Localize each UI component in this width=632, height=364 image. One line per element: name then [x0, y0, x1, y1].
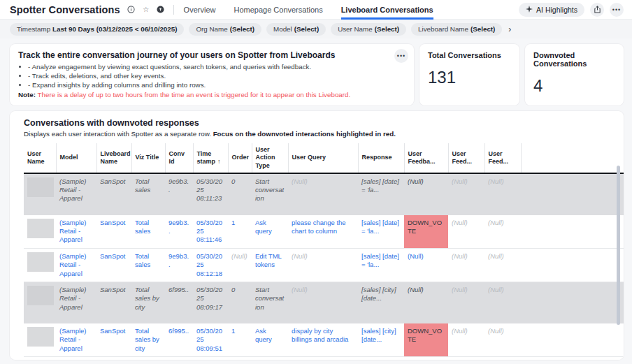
- tab-overview[interactable]: Overview: [184, 0, 216, 20]
- cell[interactable]: 1: [228, 323, 252, 357]
- cell[interactable]: (Null): [484, 173, 521, 215]
- cell[interactable]: Total sales by city: [131, 323, 165, 357]
- cell[interactable]: 05/30/2025 08:11:46: [193, 215, 228, 249]
- cell[interactable]: (Sample) Retail - Apparel: [56, 356, 96, 360]
- column-header-order[interactable]: Order: [228, 143, 252, 173]
- cell[interactable]: [sales] [date] = 'la...: [358, 248, 404, 282]
- cell[interactable]: (Null): [484, 248, 521, 282]
- star-icon[interactable]: ☆: [142, 6, 150, 14]
- column-header-liveboard-name[interactable]: Liveboard Name: [96, 143, 131, 173]
- tab-homepage-conversations[interactable]: Homepage Conversations: [234, 0, 322, 20]
- cell[interactable]: (Null): [404, 248, 448, 282]
- cell[interactable]: 1: [228, 215, 252, 249]
- lock-badge-icon[interactable]: [157, 6, 165, 14]
- cell[interactable]: (Null): [484, 356, 521, 360]
- column-header-user-feedba-[interactable]: User Feedba...: [404, 143, 448, 173]
- cell[interactable]: SanSpot: [96, 323, 131, 357]
- column-header-user-feed-[interactable]: User Feed...: [448, 143, 484, 173]
- column-header-model[interactable]: Model: [56, 143, 96, 173]
- cell[interactable]: (Null): [404, 282, 448, 323]
- cell[interactable]: (Null): [448, 248, 484, 282]
- cell[interactable]: (Null): [448, 356, 484, 360]
- cell[interactable]: (Null): [288, 282, 358, 323]
- tab-liveboard-conversations[interactable]: Liveboard Conversations: [341, 0, 433, 20]
- cell[interactable]: SanSpot: [96, 248, 131, 282]
- card-more-options-button[interactable]: •••: [394, 49, 408, 63]
- cell[interactable]: (Null): [484, 215, 521, 249]
- info-icon[interactable]: [127, 6, 136, 14]
- cell[interactable]: 05/30/2025 08:09:51: [193, 323, 228, 357]
- cell[interactable]: 0: [228, 282, 252, 323]
- cell[interactable]: (Null): [404, 356, 448, 360]
- cell[interactable]: 9e9b3..: [165, 248, 193, 282]
- cell[interactable]: 05/30/2025 08:10:21: [193, 356, 228, 360]
- column-header-user-feed-[interactable]: User Feed...: [484, 143, 521, 173]
- cell[interactable]: SanSpot: [96, 282, 131, 323]
- cell[interactable]: 05/30/2025 08:09:17: [193, 282, 228, 323]
- cell[interactable]: (Null): [448, 323, 484, 357]
- cell[interactable]: [sales] [date] = 'la...: [358, 215, 404, 249]
- cell[interactable]: please change the chart to column: [288, 215, 358, 249]
- cell[interactable]: DOWN_VOTE: [404, 215, 448, 249]
- cell[interactable]: (Sample) Retail - Apparel: [56, 248, 96, 282]
- column-header-user-query[interactable]: User Query: [288, 143, 358, 173]
- cell[interactable]: (Sample) Retail - Apparel: [56, 282, 96, 323]
- cell[interactable]: (Null): [484, 323, 521, 357]
- table-row[interactable]: (Sample) Retail - ApparelSanSpotTotal sa…: [24, 248, 624, 282]
- ai-highlights-button[interactable]: AI Highlights: [519, 3, 584, 17]
- filter-chip-liveboard-name[interactable]: Liveboard Name(Select): [411, 23, 502, 36]
- cell[interactable]: 0: [228, 173, 252, 215]
- table-row[interactable]: (Sample) Retail - ApparelSanSpotTotal sa…: [24, 215, 624, 249]
- cell[interactable]: Total sales by city: [131, 282, 165, 323]
- cell[interactable]: (Null): [228, 356, 252, 360]
- cell[interactable]: [sales] [city] [date...: [358, 282, 404, 323]
- cell[interactable]: (Null): [404, 173, 448, 215]
- column-header-time-stamp[interactable]: Time stamp↑: [193, 143, 228, 173]
- cell[interactable]: (Null): [288, 356, 358, 360]
- cell[interactable]: [sales] [city] [date...: [358, 356, 404, 360]
- cell[interactable]: Ask query: [252, 323, 288, 357]
- cell[interactable]: 05/30/2025 08:11:23: [193, 173, 228, 215]
- cell[interactable]: (Null): [484, 282, 521, 323]
- cell[interactable]: (Null): [448, 215, 484, 249]
- column-header-conv-id[interactable]: Conv Id: [165, 143, 193, 173]
- cell[interactable]: 9e9b3..: [165, 215, 193, 249]
- table-vertical-scrollbar[interactable]: [617, 166, 620, 325]
- table-row[interactable]: (Sample) Retail - ApparelSanSpotTotal sa…: [24, 282, 624, 323]
- cell[interactable]: [sales] [date] = 'la...: [358, 173, 404, 215]
- chevron-right-icon[interactable]: ›: [508, 24, 511, 34]
- filter-chip-model[interactable]: Model(Select): [266, 23, 326, 36]
- table-row[interactable]: (Sample) Retail - ApparelSanSpotTotal sa…: [24, 173, 624, 215]
- cell[interactable]: dispaly by city billings and arcadia: [288, 323, 358, 357]
- cell[interactable]: (Null): [448, 173, 484, 215]
- cell[interactable]: Edit TML tokens: [252, 356, 288, 360]
- cell[interactable]: SanSpot: [96, 356, 131, 360]
- cell[interactable]: Start conversation: [252, 282, 288, 323]
- cell[interactable]: [sales] [city] [date...: [358, 323, 404, 357]
- cell[interactable]: 6f995..: [165, 282, 193, 323]
- cell[interactable]: (Null): [288, 248, 358, 282]
- table-row[interactable]: (Sample) Retail - ApparelSanSpotTotal sa…: [24, 356, 624, 360]
- filter-chip-timestamp[interactable]: TimestampLast 90 Days (03/12/2025 < 06/1…: [10, 23, 184, 36]
- column-header-user-name[interactable]: User Name: [24, 143, 56, 173]
- table-row[interactable]: (Sample) Retail - ApparelSanSpotTotal sa…: [24, 323, 624, 357]
- cell[interactable]: SanSpot: [96, 215, 131, 249]
- cell[interactable]: Ask query: [252, 215, 288, 249]
- cell[interactable]: SanSpot: [96, 173, 131, 215]
- more-options-button[interactable]: •••: [610, 3, 624, 17]
- cell[interactable]: Start conversation: [252, 173, 288, 215]
- cell[interactable]: (Sample) Retail - Apparel: [56, 173, 96, 215]
- cell[interactable]: DOWN_VOTE: [404, 323, 448, 357]
- cell[interactable]: 05/30/2025 08:12:18: [193, 248, 228, 282]
- cell[interactable]: 9e9b3..: [165, 173, 193, 215]
- cell[interactable]: Total sales: [131, 248, 165, 282]
- cell[interactable]: Total sales: [131, 215, 165, 249]
- column-header-viz-title[interactable]: Viz Title: [131, 143, 165, 173]
- cell[interactable]: (Null): [288, 173, 358, 215]
- cell[interactable]: Edit TML tokens: [252, 248, 288, 282]
- cell[interactable]: (Sample) Retail - Apparel: [56, 323, 96, 357]
- cell[interactable]: (Null): [448, 282, 484, 323]
- cell[interactable]: (Null): [228, 248, 252, 282]
- cell[interactable]: Total sales: [131, 173, 165, 215]
- column-header-user-action-type[interactable]: User Action Type: [252, 143, 288, 173]
